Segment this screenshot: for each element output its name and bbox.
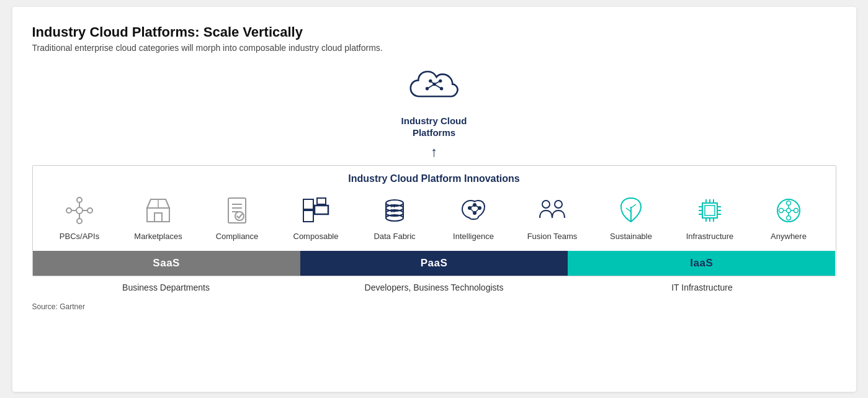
arrow-up: ↑ [32, 144, 836, 160]
svg-rect-31 [315, 206, 328, 214]
icon-label-marketplaces: Marketplaces [134, 232, 182, 241]
subtitle: Traditional enterprise cloud categories … [32, 43, 836, 53]
svg-rect-56 [705, 206, 715, 215]
icon-item-pbcs-apis: PBCs/APIs [46, 194, 113, 241]
innovations-band: Industry Cloud Platform Innovations PBCs… [32, 165, 836, 276]
svg-line-22 [147, 199, 151, 208]
svg-point-73 [794, 208, 799, 212]
icon-item-compliance: Compliance [204, 194, 271, 241]
icon-item-fusion-teams: Fusion Teams [519, 194, 586, 241]
svg-point-50 [542, 201, 550, 208]
svg-rect-32 [317, 198, 326, 204]
svg-point-51 [555, 201, 562, 208]
tier-iaas-bar: IaaS [568, 251, 835, 276]
svg-line-7 [430, 81, 434, 84]
innovations-title: Industry Cloud Platform Innovations [33, 173, 836, 184]
icon-item-data-fabric: 01 10 Data Fabric [361, 194, 428, 241]
icon-item-infrastructure: Infrastructure [676, 194, 743, 241]
icons-row: PBCs/APIs Marketplaces [33, 194, 836, 251]
svg-line-48 [470, 208, 475, 213]
source-text: Source: Gartner [32, 302, 836, 311]
icon-item-composable: Composable [282, 194, 349, 241]
svg-rect-30 [303, 199, 313, 209]
main-title: Industry Cloud Platforms: Scale Vertical… [32, 24, 836, 40]
icon-label-data-fabric: Data Fabric [374, 232, 415, 241]
icon-item-anywhere: Anywhere [755, 194, 822, 241]
icon-item-sustainable: Sustainable [597, 194, 664, 241]
tier-paas-bar: PaaS [300, 251, 568, 276]
svg-line-5 [427, 84, 434, 88]
svg-line-6 [434, 84, 442, 88]
icon-label-sustainable: Sustainable [610, 232, 652, 241]
svg-rect-29 [303, 210, 313, 222]
svg-text:10: 10 [390, 209, 395, 214]
svg-point-69 [777, 199, 800, 222]
audiences-row: Business Departments Developers, Busines… [32, 283, 836, 292]
audience-it-infra: IT Infrastructure [568, 283, 836, 292]
svg-point-11 [77, 219, 82, 224]
icon-label-fusion-teams: Fusion Teams [527, 232, 578, 241]
svg-rect-18 [147, 208, 169, 222]
svg-point-70 [787, 201, 791, 205]
svg-point-9 [76, 207, 83, 214]
svg-point-12 [66, 208, 71, 213]
icon-label-intelligence: Intelligence [453, 232, 494, 241]
tier-saas-bar: SaaS [33, 251, 300, 276]
icon-label-pbcs-apis: PBCs/APIs [60, 232, 99, 241]
main-card: Industry Cloud Platforms: Scale Vertical… [12, 7, 856, 392]
cloud-icon [409, 68, 459, 110]
svg-rect-20 [154, 213, 162, 222]
icon-item-intelligence: Intelligence [440, 194, 507, 241]
svg-point-72 [779, 208, 784, 212]
cloud-section: Industry CloudPlatforms [32, 68, 836, 139]
cloud-label: Industry CloudPlatforms [401, 115, 467, 139]
icon-label-composable: Composable [293, 232, 339, 241]
icon-label-anywhere: Anywhere [771, 232, 807, 241]
audience-dev-biz-tech: Developers, Business Technologists [300, 283, 568, 292]
audience-business-depts: Business Departments [32, 283, 300, 292]
svg-line-23 [166, 199, 169, 208]
tiers-row: SaaS PaaS IaaS [33, 251, 836, 276]
icon-label-compliance: Compliance [216, 232, 259, 241]
svg-line-53 [626, 208, 631, 212]
svg-line-49 [475, 208, 480, 213]
svg-point-13 [87, 208, 92, 213]
svg-text:01: 01 [390, 204, 395, 209]
svg-line-54 [631, 204, 636, 208]
svg-point-10 [77, 197, 82, 202]
svg-point-71 [787, 215, 791, 220]
svg-point-74 [787, 208, 791, 212]
svg-line-8 [434, 81, 441, 84]
icon-item-marketplaces: Marketplaces [125, 194, 192, 241]
icon-label-infrastructure: Infrastructure [686, 232, 734, 241]
